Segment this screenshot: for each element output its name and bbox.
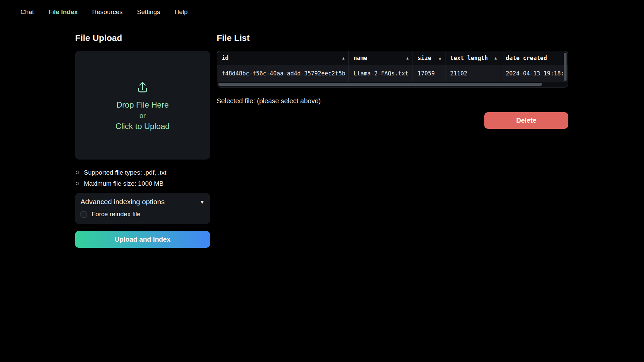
bullet-icon bbox=[76, 182, 79, 185]
sort-arrow-icon[interactable]: ▲ bbox=[403, 56, 409, 60]
advanced-options-body: Force reindex file bbox=[80, 210, 205, 218]
file-list-title: File List bbox=[217, 33, 568, 43]
column-header-id[interactable]: id▲ bbox=[217, 51, 349, 65]
table-cell-id[interactable]: f48d48bc-f56c-40aa-ad4d-35792eec2f5b bbox=[217, 65, 349, 82]
table-cell-date_created[interactable]: 2024-04-13 19:18: bbox=[501, 65, 568, 82]
upload-and-index-button[interactable]: Upload and Index bbox=[75, 231, 210, 248]
advanced-options-accordion: Advanced indexing options ▼ Force reinde… bbox=[75, 193, 210, 224]
file-upload-panel: File Upload Drop File Here - or - Click … bbox=[75, 30, 210, 248]
force-reindex-label[interactable]: Force reindex file bbox=[92, 210, 141, 218]
horizontal-scrollbar[interactable] bbox=[218, 83, 542, 86]
drop-file-here-label: Drop File Here bbox=[116, 100, 169, 110]
tab-chat[interactable]: Chat bbox=[20, 8, 34, 16]
column-header-name[interactable]: name▲ bbox=[349, 51, 413, 65]
top-nav: ChatFile IndexResourcesSettingsHelp bbox=[0, 0, 644, 32]
column-label: id bbox=[222, 55, 228, 61]
column-label: size bbox=[418, 55, 431, 61]
advanced-options-header[interactable]: Advanced indexing options ▼ bbox=[80, 198, 205, 206]
sort-arrow-icon[interactable]: ▲ bbox=[339, 56, 344, 60]
upload-note: Maximum file size: 1000 MB bbox=[75, 178, 210, 189]
chevron-down-icon: ▼ bbox=[200, 199, 205, 204]
tab-file-index[interactable]: File Index bbox=[48, 8, 78, 16]
force-reindex-checkbox[interactable] bbox=[80, 211, 87, 218]
column-label: text_length bbox=[450, 55, 488, 61]
bullet-icon bbox=[76, 171, 79, 174]
advanced-options-title: Advanced indexing options bbox=[80, 198, 165, 206]
column-header-date_created[interactable]: date_created bbox=[501, 51, 568, 65]
table-row[interactable]: f48d48bc-f56c-40aa-ad4d-35792eec2f5bLlam… bbox=[217, 65, 568, 82]
file-list-panel: File List id▲name▲size▲text_length▲date_… bbox=[217, 30, 568, 129]
tab-settings[interactable]: Settings bbox=[137, 8, 160, 16]
selected-file-status: Selected file: (please select above) bbox=[217, 97, 568, 105]
file-table-header: id▲name▲size▲text_length▲date_created bbox=[217, 51, 568, 65]
tab-help[interactable]: Help bbox=[174, 8, 187, 16]
file-table: id▲name▲size▲text_length▲date_created f4… bbox=[217, 51, 568, 87]
column-label: date_created bbox=[506, 55, 547, 61]
upload-note-text: Maximum file size: 1000 MB bbox=[84, 178, 164, 189]
sort-arrow-icon[interactable]: ▲ bbox=[491, 56, 497, 60]
column-header-size[interactable]: size▲ bbox=[413, 51, 445, 65]
upload-notes-list: Supported file types: .pdf, .txtMaximum … bbox=[75, 167, 210, 189]
upload-icon bbox=[135, 79, 150, 95]
column-header-text_length[interactable]: text_length▲ bbox=[445, 51, 501, 65]
file-dropzone[interactable]: Drop File Here - or - Click to Upload bbox=[75, 51, 210, 160]
sort-arrow-icon[interactable]: ▲ bbox=[435, 56, 441, 60]
table-cell-name[interactable]: Llama-2-FAQs.txt bbox=[349, 65, 413, 82]
file-upload-title: File Upload bbox=[75, 33, 210, 43]
delete-button[interactable]: Delete bbox=[484, 112, 568, 129]
table-cell-size[interactable]: 17059 bbox=[413, 65, 445, 82]
or-label: - or - bbox=[135, 111, 150, 121]
vertical-scrollbar[interactable] bbox=[564, 53, 567, 81]
upload-note: Supported file types: .pdf, .txt bbox=[75, 167, 210, 178]
column-label: name bbox=[354, 55, 367, 61]
upload-note-text: Supported file types: .pdf, .txt bbox=[84, 167, 166, 178]
tab-resources[interactable]: Resources bbox=[92, 8, 123, 16]
main-content: File Upload Drop File Here - or - Click … bbox=[75, 30, 568, 248]
table-cell-text_length[interactable]: 21102 bbox=[445, 65, 501, 82]
click-to-upload-link[interactable]: Click to Upload bbox=[115, 121, 169, 131]
